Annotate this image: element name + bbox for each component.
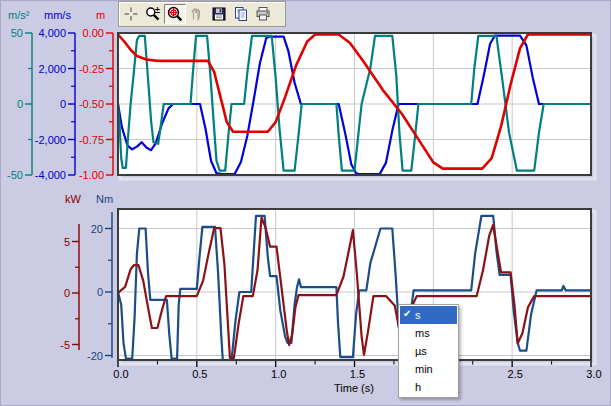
plot-frame: [118, 33, 591, 175]
y-axis-tick-label: -4,000: [35, 169, 66, 181]
y-axis-tick-label: -1.00: [79, 169, 104, 181]
magnifier-target-icon: [167, 6, 183, 22]
printer-icon: [255, 6, 271, 22]
plot-window: ±: [0, 0, 611, 406]
toolbar: ±: [118, 1, 286, 27]
y-axis-tick-label: -2,000: [35, 134, 66, 146]
y-axis-tick-label: 4,000: [38, 27, 66, 39]
x-axis-tick-label: 1.0: [271, 368, 286, 380]
y-axis-tick-label: 0: [64, 287, 70, 299]
menu-item-label: h: [415, 381, 421, 393]
series-velocity: [118, 36, 591, 174]
axis-unit-power: kW: [65, 193, 81, 205]
copy-icon: [233, 6, 249, 22]
plot-frame: [118, 209, 591, 360]
hand-icon: [189, 6, 205, 22]
menu-item-us[interactable]: µs: [400, 342, 457, 360]
copy-button[interactable]: [230, 4, 252, 24]
series-power: [118, 218, 591, 358]
y-axis-tick-label: 0: [17, 98, 23, 110]
y-axis-tick-label: 5: [64, 236, 70, 248]
plot-area: [118, 33, 591, 175]
save-button[interactable]: [208, 4, 230, 24]
floppy-disk-icon: [211, 6, 227, 22]
svg-text:±: ±: [155, 6, 160, 15]
y-axis-tick-label: -0.75: [79, 134, 104, 146]
axis-unit-torque: Nm: [96, 193, 113, 205]
plot-shadow: [120, 35, 595, 179]
series-position: [118, 35, 591, 169]
y-axis-tick-label: -50: [7, 169, 23, 181]
x-axis-title: Time (s): [334, 382, 374, 394]
y-axis-tick-label: -0.50: [79, 98, 104, 110]
y-axis-tick-label: 0.00: [83, 27, 104, 39]
y-axis-tick-label: -0.25: [79, 63, 104, 75]
zoom-target-tool-button[interactable]: [164, 4, 186, 24]
y-axis-tick-label: 20: [91, 223, 103, 235]
menu-item-label: min: [415, 363, 433, 375]
axis-unit-position: m: [96, 9, 105, 21]
y-axis-tick-label: 2,000: [38, 63, 66, 75]
zoom-in-out-tool-button[interactable]: ±: [142, 4, 164, 24]
y-axis-tick-label: -5: [60, 339, 70, 351]
pan-hand-tool-button[interactable]: [186, 4, 208, 24]
y-axis-tick-label: 50: [11, 27, 23, 39]
checkmark-icon: ✔: [403, 309, 411, 319]
plot-shadow: [120, 211, 595, 364]
plot-area: [118, 209, 591, 360]
menu-item-h[interactable]: h: [400, 378, 457, 396]
menu-item-label: s: [415, 309, 421, 321]
crosshair-icon: [123, 6, 139, 22]
axis-unit-velocity: mm/s: [44, 9, 71, 21]
charts-canvas[interactable]: 500-504,0002,0000-2,000-4,0000.00-0.25-0…: [0, 0, 611, 406]
x-axis-tick-label: 3.0: [586, 368, 601, 380]
y-axis-tick-label: 0: [97, 286, 103, 298]
x-axis-tick-label: 0.5: [192, 368, 207, 380]
series-torque: [118, 216, 591, 360]
menu-item-min[interactable]: min: [400, 360, 457, 378]
axis-unit-acceleration: m/s²: [8, 9, 29, 21]
print-button[interactable]: [252, 4, 274, 24]
menu-item-s[interactable]: ✔ s: [400, 306, 457, 324]
series-acceleration: [118, 36, 591, 171]
menu-item-label: µs: [415, 345, 427, 357]
x-axis-tick-label: 1.5: [350, 368, 365, 380]
magnifier-plus-minus-icon: ±: [145, 6, 161, 22]
y-axis-tick-label: -20: [87, 350, 103, 362]
x-axis-tick-label: 0.0: [113, 368, 128, 380]
menu-item-label: ms: [415, 327, 430, 339]
y-axis-tick-label: 0: [60, 98, 66, 110]
time-unit-menu: ✔ s ms µs min h: [398, 304, 459, 398]
x-axis-tick-label: 2.5: [508, 368, 523, 380]
menu-item-ms[interactable]: ms: [400, 324, 457, 342]
crosshair-tool-button[interactable]: [120, 4, 142, 24]
